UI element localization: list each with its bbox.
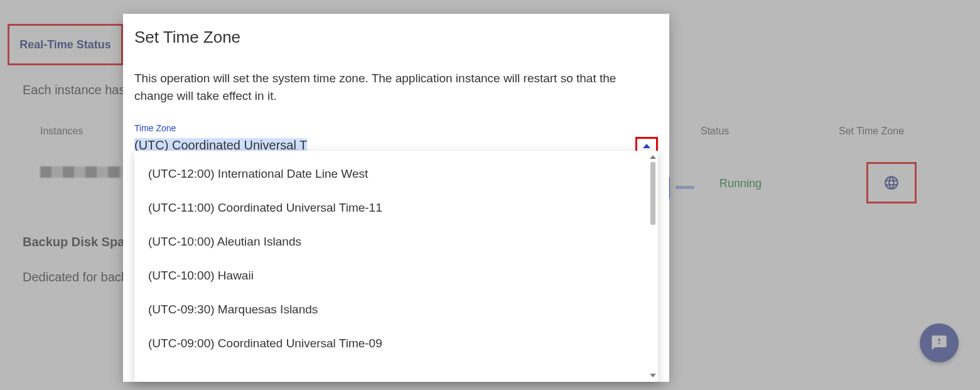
tab-label: Real-Time Status — [19, 38, 111, 51]
time-zone-option[interactable]: (UTC-09:00) Coordinated Universal Time-0… — [134, 327, 648, 360]
modal-title: Set Time Zone — [123, 14, 669, 47]
scrollbar-thumb[interactable] — [650, 162, 655, 225]
time-zone-options-panel: (UTC-12:00) International Date Line West… — [134, 151, 658, 382]
time-zone-option[interactable]: (UTC-10:00) Hawaii — [134, 259, 648, 293]
time-zone-option[interactable]: (UTC-09:30) Marquesas Islands — [134, 293, 648, 327]
time-zone-options-list: (UTC-12:00) International Date Line West… — [134, 151, 648, 382]
time-zone-field-label: Time Zone — [123, 104, 669, 133]
time-zone-option[interactable]: (UTC-12:00) International Date Line West — [134, 157, 648, 191]
scroll-down-icon[interactable] — [649, 372, 657, 379]
progress-indicator — [676, 186, 694, 189]
time-zone-option[interactable]: (UTC-10:00) Aleutian Islands — [134, 225, 648, 259]
col-header-timezone: Set Time Zone — [839, 126, 957, 137]
col-header-status: Status — [701, 126, 839, 137]
tab-real-time-status[interactable]: Real-Time Status — [8, 24, 123, 65]
backup-heading: Backup Disk Space — [23, 235, 139, 249]
chevron-up-icon — [643, 144, 650, 148]
globe-icon — [883, 175, 900, 191]
backup-subtitle: Dedicated for backu — [23, 270, 134, 284]
set-time-zone-modal: Set Time Zone This operation will set th… — [123, 14, 669, 382]
set-time-zone-button[interactable] — [866, 162, 917, 203]
instances-subtitle: Each instance has — [23, 83, 125, 97]
instance-name-blurred — [40, 166, 122, 178]
scroll-up-icon[interactable] — [649, 153, 657, 161]
status-badge: Running — [719, 177, 762, 190]
options-scrollbar[interactable] — [649, 153, 657, 379]
time-zone-option[interactable]: (UTC-11:00) Coordinated Universal Time-1… — [134, 191, 648, 225]
modal-description: This operation will set the system time … — [123, 47, 669, 104]
